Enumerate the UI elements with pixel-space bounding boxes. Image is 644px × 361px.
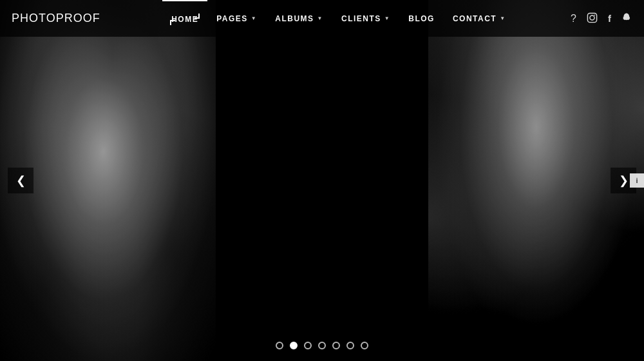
nav-item-contact[interactable]: CONTACT ▼ bbox=[444, 0, 515, 37]
nav-label-pages: PAGES bbox=[216, 14, 248, 23]
nav-label-albums: ALBUMS bbox=[275, 14, 314, 23]
slider-dots bbox=[276, 342, 368, 349]
site-logo[interactable]: PHOTOPROOF bbox=[12, 12, 100, 25]
bracket-top-left bbox=[170, 20, 175, 25]
dot-5[interactable] bbox=[332, 342, 340, 349]
nav-item-clients[interactable]: CLIENTS ▼ bbox=[332, 0, 399, 37]
slider-prev-button[interactable]: ❮ bbox=[8, 168, 33, 193]
next-arrow-icon: ❯ bbox=[619, 173, 629, 188]
nav-label-clients: CLIENTS bbox=[341, 14, 381, 23]
logo-light: PROOF bbox=[56, 12, 100, 24]
facebook-icon[interactable]: f bbox=[608, 13, 611, 24]
svg-point-1 bbox=[590, 15, 594, 19]
slide-panel-center bbox=[216, 0, 428, 361]
clients-arrow-icon: ▼ bbox=[384, 15, 390, 21]
instagram-icon[interactable] bbox=[587, 12, 598, 25]
nav-social-icons: ? f bbox=[571, 12, 632, 25]
nav-item-blog[interactable]: BLOG bbox=[399, 0, 444, 37]
svg-rect-0 bbox=[587, 13, 596, 22]
nav-item-pages[interactable]: PAGES ▼ bbox=[207, 0, 266, 37]
dot-4[interactable] bbox=[318, 342, 326, 349]
svg-point-2 bbox=[594, 14, 596, 15]
slider-container: i ❮ ❯ bbox=[0, 0, 644, 361]
logo-bold: PHOTO bbox=[12, 12, 56, 24]
bracket-bottom-right bbox=[194, 14, 200, 19]
dot-7[interactable] bbox=[361, 342, 368, 349]
pages-arrow-icon: ▼ bbox=[251, 15, 257, 21]
prev-arrow-icon: ❮ bbox=[16, 173, 26, 188]
contact-arrow-icon: ▼ bbox=[500, 15, 506, 21]
help-icon[interactable]: ? bbox=[571, 13, 576, 24]
nav-label-blog: BLOG bbox=[408, 14, 435, 23]
nav-item-home[interactable]: HOME bbox=[162, 0, 207, 37]
nav-label-contact: CONTACT bbox=[453, 14, 497, 23]
info-icon: i bbox=[636, 177, 638, 184]
home-bracket-wrap: HOME bbox=[171, 15, 198, 24]
dot-3[interactable] bbox=[304, 342, 312, 349]
dot-6[interactable] bbox=[346, 342, 354, 349]
nav-item-albums[interactable]: ALBUMS ▼ bbox=[266, 0, 332, 37]
snapchat-icon[interactable] bbox=[621, 12, 632, 25]
navbar: PHOTOPROOF HOME PAGES ▼ ALBUMS ▼ CLIENTS… bbox=[0, 0, 644, 37]
albums-arrow-icon: ▼ bbox=[317, 15, 323, 21]
nav-links: HOME PAGES ▼ ALBUMS ▼ CLIENTS ▼ BLOG CON… bbox=[107, 0, 571, 37]
dot-1[interactable] bbox=[276, 342, 283, 349]
info-button[interactable]: i bbox=[630, 173, 644, 188]
dot-2[interactable] bbox=[290, 342, 298, 349]
